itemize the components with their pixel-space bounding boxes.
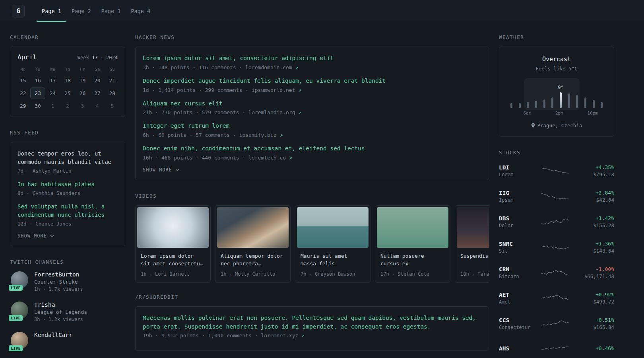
- calendar-day[interactable]: 27: [90, 88, 105, 99]
- channel-name[interactable]: KendallCarr: [34, 332, 72, 338]
- weather-bar-column: [581, 97, 590, 108]
- video-meta: 17h · Stefan Cole: [380, 271, 445, 277]
- stock-row[interactable]: CRNBitcorn-1.00%$66,171.48: [499, 264, 614, 281]
- stock-row[interactable]: IIGIpsum+2.84%$42.04: [499, 187, 614, 205]
- stock-symbol: AHS: [499, 345, 535, 352]
- twitch-channel[interactable]: LIVEKendallCarr: [10, 332, 125, 349]
- rss-item-title[interactable]: In hac habitasse platea: [17, 180, 118, 189]
- tab-page-3[interactable]: Page 3: [96, 0, 126, 22]
- app-logo[interactable]: G: [12, 5, 25, 18]
- video-title[interactable]: Aliquam tempor dolor nec pharetra…: [221, 252, 285, 268]
- hacker-news-show-more-button[interactable]: SHOW MORE: [143, 167, 481, 174]
- channel-name[interactable]: ForrestBurton: [34, 271, 83, 278]
- video-card[interactable]: Mauris sit amet massa felis7h · Grayson …: [295, 205, 370, 283]
- calendar-widget-title: CALENDAR: [10, 34, 125, 40]
- hacker-news-item-title[interactable]: Aliquam nec cursus elit: [143, 99, 481, 108]
- rss-show-more-button[interactable]: SHOW MORE: [17, 233, 118, 240]
- subreddit-list: Maecenas mollis pulvinar erat non posuer…: [143, 314, 481, 339]
- calendar-day[interactable]: 23: [30, 88, 45, 99]
- rss-item-title[interactable]: Sed volutpat nulla nisl, a condimentum n…: [17, 202, 118, 219]
- calendar-day[interactable]: 18: [60, 75, 75, 86]
- stock-row[interactable]: LDILorem+4.35%$795.18: [499, 162, 614, 179]
- video-card[interactable]: Lorem ipsum dolor sit amet consectetu…1h…: [135, 205, 211, 283]
- channel-game[interactable]: League of Legends: [34, 309, 87, 315]
- video-card[interactable]: Nullam posuere cursus ex17h · Stefan Col…: [375, 205, 450, 283]
- hacker-news-card: Lorem ipsum dolor sit amet, consectetur …: [135, 47, 489, 180]
- rss-item-title[interactable]: Donec tempor eros leo, ut commodo mauris…: [17, 150, 118, 166]
- calendar-day[interactable]: 19: [75, 75, 90, 86]
- calendar-day[interactable]: 17: [45, 75, 60, 86]
- weather-bar: [576, 95, 578, 108]
- tab-page-4[interactable]: Page 4: [126, 0, 155, 22]
- video-body: Lorem ipsum dolor sit amet consectetu…1h…: [137, 248, 209, 281]
- video-title[interactable]: Lorem ipsum dolor sit amet consectetu…: [141, 252, 205, 268]
- stock-symbol: IIG: [499, 190, 535, 196]
- calendar-day[interactable]: 5: [105, 100, 120, 112]
- stocks-widget-title: STOCKS: [499, 150, 614, 156]
- calendar-day[interactable]: 2: [60, 100, 75, 112]
- channel-info: TrishaLeague of Legends3h · 1.2k viewers: [34, 302, 87, 322]
- calendar-widget: CALENDAR April Week 17 · 2024 MoTuWeThFr…: [10, 34, 125, 117]
- calendar-day[interactable]: 26: [75, 88, 90, 99]
- calendar-day[interactable]: 3: [75, 100, 90, 112]
- calendar-day[interactable]: 28: [105, 88, 120, 99]
- stock-row[interactable]: DBSDolor+1.42%$156.28: [499, 213, 614, 230]
- hacker-news-item-title[interactable]: Donec enim nibh, condimentum et accumsan…: [143, 144, 481, 153]
- weather-bar-column: 9°: [557, 85, 565, 108]
- calendar-day[interactable]: 21: [105, 75, 120, 86]
- stock-row[interactable]: AETAmet+0.92%$499.72: [499, 289, 614, 307]
- video-meta: 18h · Tara: [460, 271, 489, 277]
- twitch-channel[interactable]: LIVEForrestBurtonCounter-Strike1h · 1.7k…: [10, 271, 125, 292]
- calendar-day[interactable]: 16: [30, 75, 45, 86]
- video-card[interactable]: Suspendisse diam18h · Tara: [455, 205, 489, 283]
- weather-hours: 6am2pm10pm: [507, 111, 606, 116]
- hacker-news-item: Donec imperdiet augue tincidunt felis al…: [143, 77, 481, 93]
- calendar-day[interactable]: 29: [16, 100, 30, 112]
- twitch-widget: TWITCH CHANNELS LIVEForrestBurtonCounter…: [10, 259, 125, 349]
- calendar-day[interactable]: 30: [30, 100, 45, 112]
- video-title[interactable]: Suspendisse diam: [460, 252, 489, 268]
- stock-price: $795.18: [574, 171, 614, 177]
- live-badge: LIVE: [9, 285, 23, 291]
- stock-change: +4.35%: [574, 164, 614, 170]
- weather-bar-column: [548, 97, 557, 108]
- hacker-news-item-meta: 6h · 60 points · 57 comments · ipsumify.…: [143, 132, 481, 138]
- subreddit-item-title[interactable]: Maecenas mollis pulvinar erat non posuer…: [143, 314, 481, 331]
- video-title[interactable]: Mauris sit amet massa felis: [301, 252, 365, 268]
- weather-bar-column: [516, 103, 524, 108]
- stock-change: +0.92%: [574, 292, 614, 298]
- hacker-news-item-title[interactable]: Lorem ipsum dolor sit amet, consectetur …: [143, 54, 481, 63]
- video-title[interactable]: Nullam posuere cursus ex: [380, 252, 445, 268]
- channel-meta: 3h · 1.2k viewers: [34, 317, 87, 322]
- tab-page-1[interactable]: Page 1: [37, 0, 66, 22]
- hacker-news-item-title[interactable]: Integer eget rutrum lorem: [143, 122, 481, 130]
- stock-sparkline: [535, 318, 574, 329]
- hacker-news-item-title[interactable]: Donec imperdiet augue tincidunt felis al…: [143, 77, 481, 86]
- calendar-day[interactable]: 15: [16, 75, 30, 86]
- stock-row[interactable]: SNRCSit+1.36%$148.64: [499, 238, 614, 256]
- weather-hour-label: 2pm: [555, 111, 563, 116]
- sparkline-chart: [541, 267, 569, 278]
- subreddit-card: Maecenas mollis pulvinar erat non posuer…: [135, 306, 489, 351]
- tab-page-2[interactable]: Page 2: [66, 0, 96, 22]
- weather-hour-label: [507, 111, 515, 116]
- calendar-day[interactable]: 1: [45, 100, 60, 112]
- stock-sparkline: [535, 216, 574, 227]
- rss-item: Sed volutpat nulla nisl, a condimentum n…: [17, 202, 118, 227]
- calendar-day[interactable]: 22: [16, 88, 30, 99]
- stock-change: +1.42%: [574, 215, 614, 221]
- channel-game[interactable]: Counter-Strike: [34, 279, 83, 285]
- twitch-channel[interactable]: LIVETrishaLeague of Legends3h · 1.2k vie…: [10, 302, 125, 322]
- stock-row[interactable]: CCSConsectetur+0.51%$165.84: [499, 315, 614, 332]
- video-body: Aliquam tempor dolor nec pharetra…1h · M…: [217, 248, 289, 281]
- right-column: WEATHER Overcast Feels like 5°C 9° 6am2p…: [499, 34, 614, 358]
- calendar-day[interactable]: 4: [90, 100, 105, 112]
- calendar-day[interactable]: 24: [45, 88, 60, 99]
- video-card[interactable]: Aliquam tempor dolor nec pharetra…1h · M…: [215, 205, 291, 283]
- calendar-day[interactable]: 20: [90, 75, 105, 86]
- channel-name[interactable]: Trisha: [34, 302, 87, 308]
- stock-row[interactable]: AHS+0.46%: [499, 340, 614, 358]
- calendar-month: April: [17, 53, 37, 61]
- stock-symbol: CRN: [499, 266, 535, 272]
- calendar-day[interactable]: 25: [60, 88, 75, 99]
